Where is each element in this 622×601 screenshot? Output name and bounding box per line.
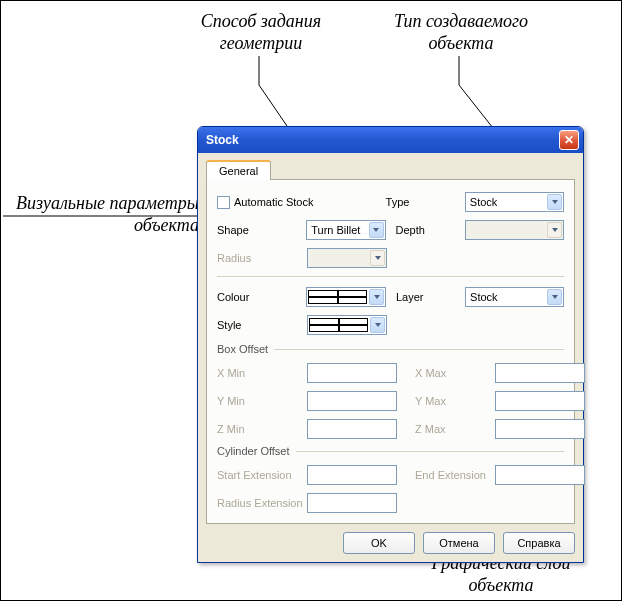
chevron-down-icon [547, 194, 562, 210]
chevron-down-icon [369, 222, 384, 238]
shape-label: Shape [217, 224, 276, 236]
ymin-input[interactable] [307, 391, 397, 411]
shape-value: Turn Billet [311, 224, 360, 236]
zmin-input[interactable] [307, 419, 397, 439]
ymin-label: Y Min [217, 395, 307, 407]
ymax-label: Y Max [415, 395, 495, 407]
annotation-geometry-method: Способ заданиягеометрии [181, 11, 341, 54]
hatch-icon [309, 318, 368, 332]
style-label: Style [217, 319, 277, 331]
type-value: Stock [470, 196, 498, 208]
cancel-button[interactable]: Отмена [423, 532, 495, 554]
titlebar[interactable]: Stock ✕ [198, 127, 583, 153]
zmin-label: Z Min [217, 423, 307, 435]
start-ext-input[interactable] [307, 465, 397, 485]
end-ext-input[interactable] [495, 465, 585, 485]
tabstrip: General [206, 159, 575, 180]
tab-panel-general: Automatic Stock Type Stock Shape T [206, 180, 575, 524]
cylinder-offset-group: Cylinder Offset [217, 445, 564, 457]
zmax-input[interactable] [495, 419, 585, 439]
colour-select[interactable] [306, 287, 386, 307]
checkbox-icon [217, 196, 230, 209]
radius-label: Radius [217, 252, 277, 264]
layer-label: Layer [396, 291, 455, 303]
ymax-input[interactable] [495, 391, 585, 411]
end-ext-label: End Extension [415, 469, 495, 481]
radius-select [307, 248, 387, 268]
chevron-down-icon [370, 250, 385, 266]
style-select[interactable] [307, 315, 387, 335]
annotation-object-type: Тип создаваемогообъекта [371, 11, 551, 54]
dialog-body: General Automatic Stock Type Stock [198, 153, 583, 562]
colour-label: Colour [217, 291, 276, 303]
dialog-title: Stock [206, 133, 239, 147]
chevron-down-icon [370, 317, 385, 333]
radius-ext-input[interactable] [307, 493, 397, 513]
automatic-stock-label: Automatic Stock [234, 196, 313, 208]
close-icon[interactable]: ✕ [559, 130, 579, 150]
layer-select[interactable]: Stock [465, 287, 564, 307]
stock-dialog: Stock ✕ General Automatic Stock Type Sto… [197, 126, 584, 563]
radius-ext-label: Radius Extension [217, 497, 307, 509]
annotation-visual-params: Визуальные параметрыобъекта [9, 193, 199, 236]
type-select[interactable]: Stock [465, 192, 564, 212]
xmax-label: X Max [415, 367, 495, 379]
chevron-down-icon [547, 289, 562, 305]
xmax-input[interactable] [495, 363, 585, 383]
layer-value: Stock [470, 291, 498, 303]
shape-select[interactable]: Turn Billet [306, 220, 385, 240]
type-label: Type [386, 196, 445, 208]
xmin-input[interactable] [307, 363, 397, 383]
xmin-label: X Min [217, 367, 307, 379]
hatch-icon [308, 290, 367, 304]
chevron-down-icon [547, 222, 562, 238]
box-offset-group: Box Offset [217, 343, 564, 355]
zmax-label: Z Max [415, 423, 495, 435]
chevron-down-icon [369, 289, 384, 305]
automatic-stock-checkbox[interactable]: Automatic Stock [217, 196, 386, 209]
help-button[interactable]: Справка [503, 532, 575, 554]
depth-select [465, 220, 564, 240]
depth-label: Depth [395, 224, 454, 236]
tab-general[interactable]: General [206, 160, 271, 180]
start-ext-label: Start Extension [217, 469, 307, 481]
ok-button[interactable]: OK [343, 532, 415, 554]
